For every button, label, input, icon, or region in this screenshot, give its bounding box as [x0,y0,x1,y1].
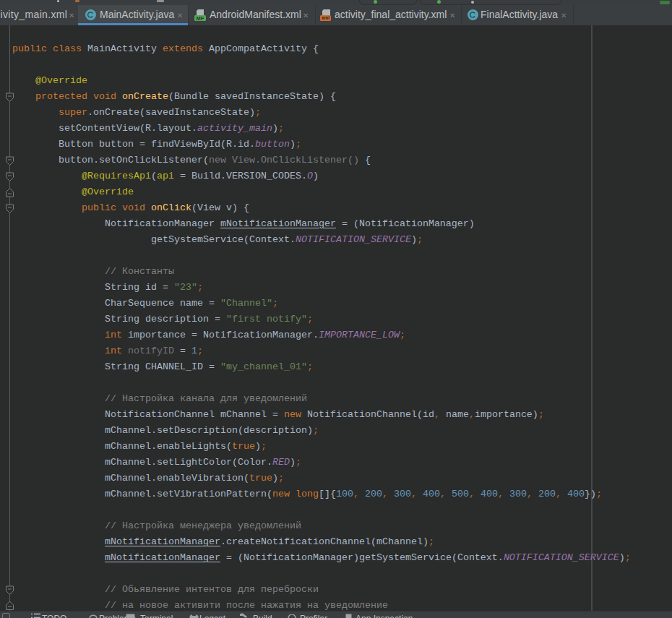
svg-text:xml: xml [322,15,329,20]
svg-text:MF: MF [197,15,204,22]
